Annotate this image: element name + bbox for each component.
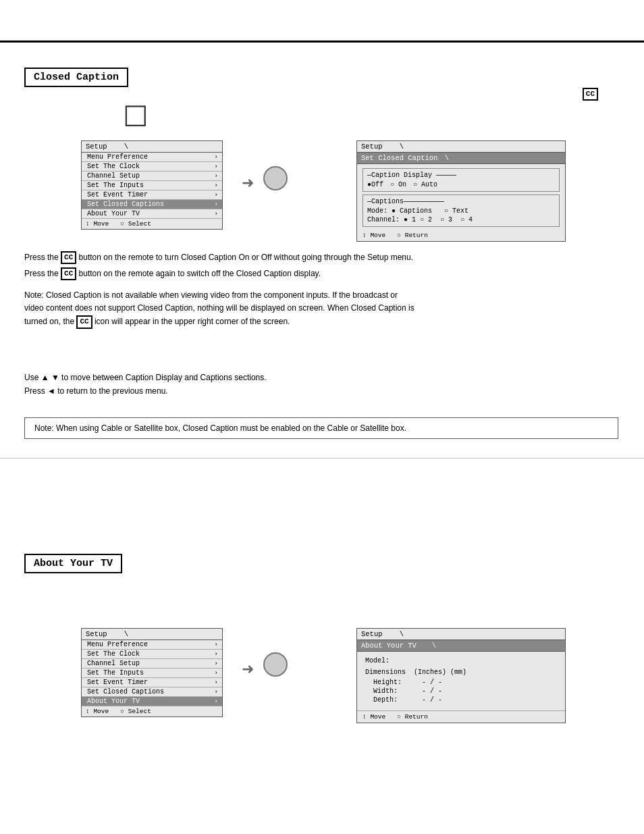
captions-section: —Captions—————————— Mode: ● Captions ○ T… (363, 194, 560, 227)
note-box: Note: When using Cable or Satellite box,… (24, 417, 618, 439)
left-menu-about: Setup \ Menu Preference› Set The Clock› … (81, 628, 223, 717)
about-your-tv-header: About Your TV (24, 554, 122, 573)
left-menu-cc-footer: ↕ Move ○ Select (82, 219, 222, 229)
right-detail-cc-title: Set Closed Caption \ (357, 153, 565, 164)
menu-item-closed-captions[interactable]: Set Closed Captions› (82, 200, 222, 209)
menu-item-set-inputs[interactable]: Set The Inputs› (82, 181, 222, 190)
menu-item-event-timer[interactable]: Set Event Timer› (82, 190, 222, 200)
about-menu-item-set-clock[interactable]: Set The Clock› (82, 650, 222, 659)
width-row: Width: - / - (365, 687, 557, 695)
menu-item-about-tv[interactable]: About Your TV› (82, 209, 222, 219)
caption-display-options: ●Off ○ On ○ Auto (367, 181, 555, 188)
cc-badge-inline-2: CC (61, 267, 76, 280)
left-menu-about-title: Setup \ (82, 629, 222, 640)
body-text-cc-1: Press the CC button on the remote to tur… (24, 251, 618, 329)
circle-about (263, 652, 288, 677)
closed-caption-header: Closed Caption (24, 68, 128, 87)
dimensions-label: Dimensions (Inches) (mm) (365, 669, 557, 676)
cc-badge-top: CC (583, 88, 598, 101)
about-content: Model: Dimensions (Inches) (mm) Height: … (357, 652, 565, 710)
right-detail-cc: Setup \ Set Closed Caption \ —Caption Di… (356, 140, 566, 242)
top-rule (0, 41, 644, 43)
section-divider (0, 458, 644, 459)
menu-item-menu-pref[interactable]: Menu Preference› (82, 153, 222, 162)
note-box-text: Note: When using Cable or Satellite box,… (34, 423, 406, 433)
captions-mode-row: Mode: ● Captions ○ Text (367, 207, 555, 215)
menu-item-set-clock[interactable]: Set The Clock› (82, 162, 222, 172)
right-detail-about: Setup \ About Your TV \ Model: Dimension… (356, 628, 566, 723)
circle-cc (263, 166, 288, 190)
arrow-right-about: ➜ (242, 660, 254, 678)
right-detail-about-setup-title: Setup \ (357, 629, 565, 640)
speech-bubble-icon: ☐ (123, 100, 149, 133)
menu-item-channel-setup[interactable]: Channel Setup› (82, 172, 222, 181)
about-menu-item-set-inputs[interactable]: Set The Inputs› (82, 669, 222, 678)
about-menu-item-channel-setup[interactable]: Channel Setup› (82, 659, 222, 669)
nav-text-cc: Use ▲ ▼ to move between Caption Display … (24, 371, 618, 398)
depth-row: Depth: - / - (365, 696, 557, 704)
right-detail-cc-setup-title: Setup \ (357, 141, 565, 153)
model-row: Model: (365, 657, 557, 664)
captions-channel-row: Channel: ● 1 ○ 2 ○ 3 ○ 4 (367, 216, 555, 224)
about-menu-item-event-timer[interactable]: Set Event Timer› (82, 678, 222, 687)
arrow-right-cc: ➜ (242, 174, 254, 192)
right-detail-about-title: About Your TV \ (357, 640, 565, 652)
height-row: Height: - / - (365, 679, 557, 686)
cc-badge-inline-1: CC (61, 251, 76, 264)
left-menu-cc: Setup \ Menu Preference› Set The Clock› … (81, 140, 223, 230)
caption-display-section: —Caption Display ————— ●Off ○ On ○ Auto (363, 168, 560, 192)
left-menu-about-footer: ↕ Move ○ Select (82, 706, 222, 716)
about-menu-item-about-tv[interactable]: About Your TV› (82, 697, 222, 706)
about-menu-item-closed-captions[interactable]: Set Closed Captions› (82, 687, 222, 697)
left-menu-cc-title: Setup \ (82, 141, 222, 153)
right-detail-about-footer: ↕ Move ○ Return (357, 710, 565, 723)
right-detail-cc-footer: ↕ Move ○ Return (357, 230, 565, 241)
caption-display-title: —Caption Display ————— (367, 172, 555, 179)
cc-badge-inline-3: CC (76, 315, 92, 328)
captions-title: —Captions—————————— (367, 198, 555, 205)
about-menu-item-menu-pref[interactable]: Menu Preference› (82, 640, 222, 650)
